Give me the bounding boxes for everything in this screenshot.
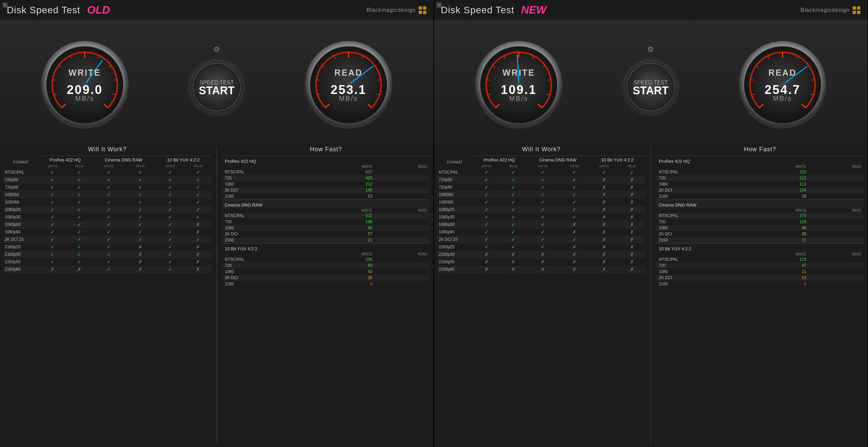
check-cell: ✓ bbox=[526, 191, 559, 198]
format-cell: 1080p30 bbox=[437, 213, 472, 221]
hf-read-val bbox=[375, 193, 430, 200]
format-cell: 720p60 bbox=[3, 183, 38, 191]
check-cell: ✓ bbox=[156, 258, 185, 266]
check-cell: ✗ bbox=[500, 266, 526, 273]
checkmark: ✓ bbox=[572, 199, 576, 205]
checkmark: ✓ bbox=[168, 199, 172, 205]
hf-format-cell: 720 bbox=[656, 219, 749, 225]
format-cell: 720p50 bbox=[3, 176, 38, 183]
check-cell: ✓ bbox=[125, 206, 156, 213]
how-fast-section-header: ProRes 422 HQ bbox=[222, 156, 430, 165]
checkmark: ✓ bbox=[485, 244, 489, 250]
check-cell: ✓ bbox=[38, 213, 66, 221]
close-button[interactable]: ✕ bbox=[437, 3, 441, 7]
checkmark: ✓ bbox=[168, 222, 172, 227]
checkmark: ✓ bbox=[77, 252, 81, 257]
check-cell: ✗ bbox=[125, 251, 156, 258]
format-cell: 1080i50 bbox=[3, 191, 38, 198]
checkmark: ✓ bbox=[77, 214, 81, 220]
check-cell: ✓ bbox=[38, 169, 66, 176]
hf-col-header-1: WRITE bbox=[315, 164, 375, 169]
how-fast-title: How Fast? bbox=[222, 146, 430, 153]
check-cell: ✗ bbox=[38, 266, 66, 273]
check-cell: ✓ bbox=[92, 183, 125, 191]
check-cell: ✓ bbox=[472, 213, 500, 221]
hf-format-cell: 2160 bbox=[656, 193, 749, 200]
table-row: 2160p50✗✗✗✗✗✗ bbox=[437, 258, 645, 266]
table-row: 1080p50✓✓✓✓✓✗ bbox=[3, 221, 211, 228]
check-cell: ✓ bbox=[66, 198, 92, 206]
crossmark: ✗ bbox=[630, 184, 634, 190]
check-cell: ✓ bbox=[526, 228, 559, 236]
checkmark: ✓ bbox=[168, 192, 172, 197]
col-read-1: READ bbox=[125, 164, 156, 169]
hf-read-val bbox=[809, 175, 864, 181]
checkmark: ✓ bbox=[541, 184, 545, 190]
crossmark: ✗ bbox=[602, 207, 606, 212]
read-gauge bbox=[735, 34, 830, 129]
table-divider bbox=[216, 146, 217, 444]
format-cell: 1080p50 bbox=[437, 221, 472, 228]
check-cell: ✗ bbox=[590, 258, 619, 266]
check-cell: ✗ bbox=[559, 221, 590, 228]
gauges-section: ⚙ bbox=[434, 20, 867, 142]
hf-format-cell: 2K DCI bbox=[656, 275, 749, 281]
gear-icon[interactable]: ⚙ bbox=[647, 45, 654, 54]
checkmark: ✓ bbox=[485, 177, 489, 182]
table-row: NTSC/PAL✓✓✓✓✓✓ bbox=[437, 169, 645, 176]
hf-col-header-1: WRITE bbox=[315, 252, 375, 256]
will-it-work-title: Will It Work? bbox=[3, 146, 211, 153]
check-cell: ✗ bbox=[472, 258, 500, 266]
table-row: 720p60✓✓✓✓✓✓ bbox=[3, 183, 211, 191]
hf-write-val: 103 bbox=[749, 219, 809, 225]
check-cell: ✗ bbox=[590, 198, 619, 206]
checkmark: ✓ bbox=[77, 244, 81, 250]
checkmark: ✓ bbox=[168, 252, 172, 257]
checkmark: ✓ bbox=[138, 192, 142, 197]
start-button[interactable] bbox=[186, 57, 247, 118]
format-cell: 1080i50 bbox=[437, 191, 472, 198]
hf-write-val: 333 bbox=[749, 169, 809, 175]
crossmark: ✗ bbox=[630, 259, 634, 265]
check-cell: ✓ bbox=[92, 228, 125, 236]
check-cell: ✓ bbox=[38, 221, 66, 228]
checkmark: ✓ bbox=[196, 170, 200, 175]
hf-col-header-1: WRITE bbox=[749, 164, 809, 169]
check-cell: ✓ bbox=[526, 213, 559, 221]
hf-col-header-0 bbox=[656, 164, 749, 169]
check-cell: ✗ bbox=[559, 258, 590, 266]
panel-title: Disk Speed Test bbox=[441, 5, 514, 16]
gear-icon[interactable]: ⚙ bbox=[213, 45, 220, 54]
hf-write-val: 47 bbox=[749, 263, 809, 269]
checkmark: ✓ bbox=[541, 222, 545, 227]
hf-format-cell: 2K DCI bbox=[656, 187, 749, 193]
close-button[interactable]: ✕ bbox=[3, 3, 7, 7]
start-button[interactable] bbox=[620, 57, 681, 118]
hf-read-val bbox=[809, 256, 864, 263]
svg-rect-2 bbox=[419, 11, 422, 14]
will-it-work-section: Will It Work?FORMATProRes 422 HQCinema D… bbox=[437, 146, 645, 444]
checkmark: ✓ bbox=[138, 214, 142, 220]
check-cell: ✗ bbox=[619, 183, 645, 191]
checkmark: ✓ bbox=[77, 207, 81, 212]
crossmark: ✗ bbox=[572, 267, 576, 272]
check-cell: ✓ bbox=[66, 243, 92, 251]
checkmark: ✓ bbox=[630, 170, 634, 175]
checkmark: ✓ bbox=[107, 214, 111, 220]
checkmark: ✓ bbox=[51, 177, 55, 182]
check-cell: ✗ bbox=[590, 213, 619, 221]
check-cell: ✓ bbox=[125, 191, 156, 198]
how-fast-row: NTSC/PAL333 bbox=[656, 169, 864, 175]
format-cell: 2160p60 bbox=[3, 266, 38, 273]
check-cell: ✓ bbox=[156, 176, 185, 183]
hf-write-val: 5 bbox=[749, 281, 809, 287]
check-cell: ✓ bbox=[92, 251, 125, 258]
hf-write-val: 111 bbox=[749, 181, 809, 187]
check-cell: ✓ bbox=[472, 198, 500, 206]
format-cell: 720p50 bbox=[437, 176, 472, 183]
check-cell: ✗ bbox=[526, 251, 559, 258]
hf-read-val bbox=[375, 175, 430, 181]
crossmark: ✗ bbox=[511, 252, 515, 257]
checkmark: ✓ bbox=[51, 222, 55, 227]
hf-col-header-0 bbox=[222, 252, 315, 256]
